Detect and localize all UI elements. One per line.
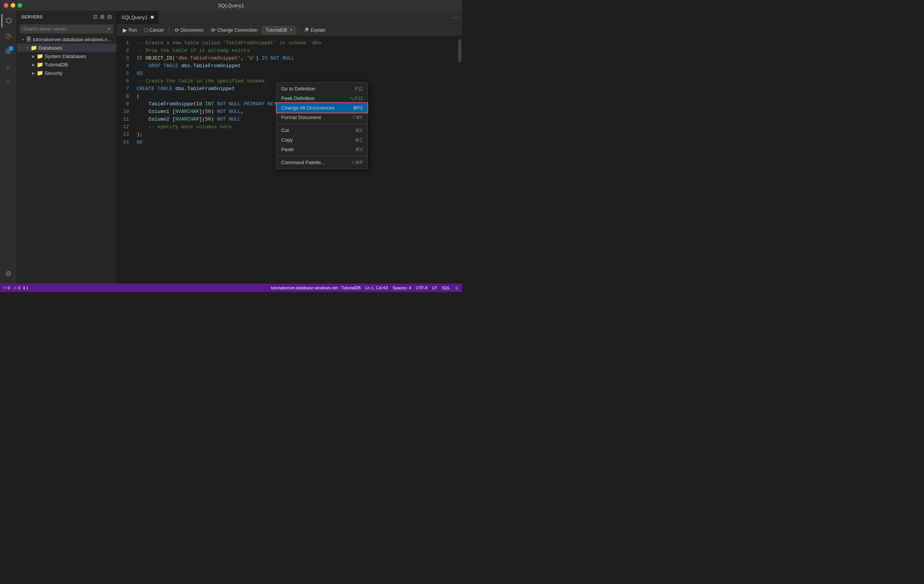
status-smiley[interactable]: ☺ [455,286,459,290]
status-spaces-label: Spaces: 4 [393,286,411,290]
sidebar-item-history[interactable]: ◷ [2,29,15,43]
status-server-label: tutorialserver.database.windows.net : Tu… [271,286,361,290]
search-clear-icon[interactable]: ✕ [107,26,111,32]
tab-more-button[interactable]: ··· [447,13,462,22]
server-expand-arrow: ▾ [20,37,26,41]
database-select-wrapper: TutorialDB ▼ [262,26,295,34]
server-node[interactable]: ▾ 🗄 tutorialserver.database.windows.n... [17,35,116,43]
scrollbar-thumb[interactable] [458,39,461,62]
menu-label-change-all-occurrences: Change All Occurrences [281,105,335,111]
run-icon: ▶ [123,27,127,33]
code-line-3: IF OBJECT_ID('dbo.TableFromSnippet', 'U'… [137,55,457,62]
status-errors[interactable]: ✕ 0 [3,286,10,291]
tab-bar: SQLQuery1 ··· [117,11,462,24]
close-button[interactable] [4,3,8,8]
menu-item-cut[interactable]: Cut ⌘X [277,126,367,135]
status-encoding[interactable]: UTF-8 [416,286,428,290]
menu-shortcut-paste: ⌘V [355,147,363,152]
menu-item-go-to-definition[interactable]: Go to Definition F12 [277,84,367,94]
menu-item-paste[interactable]: Paste ⌘V [277,145,367,154]
status-line-ending-label: LF [432,286,437,290]
security-arrow: ▶ [31,71,36,75]
status-encoding-label: UTF-8 [416,286,428,290]
sidebar-header: SERVERS ⊡ ⊞ ⊟ [17,11,116,23]
run-label: Run [129,28,137,33]
activity-bar: ⬡ ◷ ⊞ 1 ⌕ ⑂ ⚙ [0,11,17,284]
status-right: tutorialserver.database.windows.net : Tu… [271,286,459,290]
code-line-2: -- Drop the table if it already exists [137,47,457,55]
new-query-icon[interactable]: ⊡ [93,14,98,20]
context-menu: Go to Definition F12 Peek Definition ⌥F1… [276,82,368,169]
menu-shortcut-format-document: ⇧⌘F [352,115,363,120]
toolbar-sep-1 [169,26,169,34]
menu-label-format-document: Format Document [281,114,321,120]
search-input[interactable] [20,25,113,33]
system-databases-node[interactable]: ▶ 📁 System Databases [17,52,116,60]
main-layout: ⬡ ◷ ⊞ 1 ⌕ ⑂ ⚙ SERVERS ⊡ ⊞ ⊟ ✕ ▾ 🗄 [0,11,462,284]
system-databases-icon: 📁 [36,53,43,59]
sidebar-item-search[interactable]: ⌕ [2,60,15,73]
connections-badge: 1 [8,46,14,51]
security-node[interactable]: ▶ 📁 Security [17,69,116,77]
menu-item-command-palette[interactable]: Command Palette... ⇧⌘P [277,158,367,167]
status-info[interactable]: ℹ 1 [23,286,28,291]
menu-shortcut-go-to-definition: F12 [355,86,363,92]
toolbar-sep-2 [297,26,298,34]
tab-label: SQLQuery1 [121,15,148,20]
status-language[interactable]: SQL [442,286,450,290]
run-button[interactable]: ▶ Run [120,26,140,34]
sidebar-header-icons: ⊡ ⊞ ⊟ [93,14,112,20]
status-spaces[interactable]: Spaces: 4 [393,286,411,290]
explain-label: Explain [310,28,325,33]
cancel-button[interactable]: □ Cancel [142,26,167,34]
sidebar-item-servers[interactable]: ⬡ [2,14,15,28]
scrollbar-track[interactable] [457,36,462,284]
change-conn-icon: ⟳ [211,27,216,33]
maximize-button[interactable] [18,3,22,8]
tab-modified-dot [151,16,154,19]
status-server[interactable]: tutorialserver.database.windows.net : Tu… [271,286,361,290]
menu-item-peek-definition[interactable]: Peek Definition ⌥F12 [277,94,367,103]
security-label: Security [45,70,63,76]
menu-item-change-all-occurrences[interactable]: Change All Occurrences ⌘F2 [277,103,367,112]
menu-label-command-palette: Command Palette... [281,160,325,165]
status-position[interactable]: Ln 1, Col 63 [365,286,388,290]
menu-label-paste: Paste [281,147,294,152]
sidebar-item-source-control[interactable]: ⑂ [2,75,15,89]
explain-button[interactable]: 🔎 Explain [300,27,328,33]
warning-icon: ⚠ [13,286,17,291]
minimize-button[interactable] [11,3,15,8]
collapse-icon[interactable]: ⊟ [107,14,112,20]
settings-icon[interactable]: ⚙ [2,267,15,281]
tutorialdb-node[interactable]: ▶ 📁 TutorialDB [17,60,116,69]
database-select[interactable]: TutorialDB [262,26,295,34]
editor-tab[interactable]: SQLQuery1 [117,11,159,24]
security-icon: 📁 [36,70,43,76]
menu-shortcut-copy: ⌘C [355,137,363,143]
code-editor[interactable]: 1 2 3 4 5 6 7 8 9 10 11 12 13 14 -- Crea… [117,36,462,284]
status-warnings[interactable]: ⚠ 0 [13,286,20,291]
change-connection-button[interactable]: ⟳ Change Connection [208,26,261,34]
databases-node[interactable]: ▾ 📁 Databases [17,43,116,52]
code-line-5: GO [137,70,457,78]
status-line-ending[interactable]: LF [432,286,437,290]
code-line-4: DROP TABLE dbo.TableFromSnippet [137,62,457,70]
menu-label-go-to-definition: Go to Definition [281,86,315,92]
menu-item-format-document[interactable]: Format Document ⇧⌘F [277,112,367,122]
error-icon: ✕ [3,286,7,291]
status-bar: ✕ 0 ⚠ 0 ℹ 1 tutorialserver.database.wind… [0,284,462,292]
info-count: 1 [26,286,28,290]
disconnect-button[interactable]: ⟳ Disconnect [172,26,206,34]
sidebar-item-connections[interactable]: ⊞ 1 [2,44,15,58]
menu-label-copy: Copy [281,137,293,143]
menu-shortcut-command-palette: ⇧⌘P [351,160,363,165]
server-icon: 🗄 [26,36,31,42]
status-left: ✕ 0 ⚠ 0 ℹ 1 [3,286,28,291]
line-numbers: 1 2 3 4 5 6 7 8 9 10 11 12 13 14 [117,36,132,284]
menu-item-copy[interactable]: Copy ⌘C [277,135,367,145]
info-icon: ℹ [23,286,25,291]
status-language-label: SQL [442,286,450,290]
new-connection-icon[interactable]: ⊞ [100,14,105,20]
server-tree: ▾ 🗄 tutorialserver.database.windows.n...… [17,35,116,284]
query-toolbar: ▶ Run □ Cancel ⟳ Disconnect ⟳ Change Con… [117,24,462,36]
